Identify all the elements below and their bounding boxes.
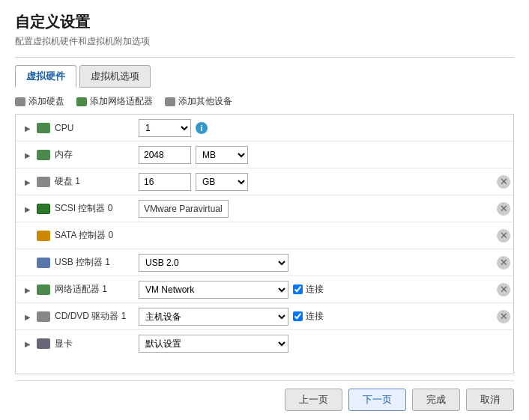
add-disk-button[interactable]: 添加硬盘 xyxy=(15,95,64,108)
page-subtitle: 配置虚拟机硬件和虚拟机附加选项 xyxy=(15,35,514,48)
dvd-expand[interactable]: ▶ xyxy=(25,313,32,320)
tab-bar: 虚拟硬件 虚拟机选项 xyxy=(15,65,514,88)
network-expand[interactable]: ▶ xyxy=(25,286,32,293)
dvd-connect-label: 连接 xyxy=(293,310,324,323)
hdd-label: ▶ 硬盘 1 xyxy=(19,171,139,192)
vga-expand[interactable]: ▶ xyxy=(25,340,32,347)
network-row: ▶ 网络适配器 1 VM NetworkHost-OnlyBridged 连接 … xyxy=(16,276,513,303)
sata-row: ▶ SATA 控制器 0 ✕ xyxy=(16,222,513,249)
tab-virtual-hardware[interactable]: 虚拟硬件 xyxy=(15,65,76,88)
toolbar: 添加硬盘 添加网络适配器 添加其他设备 xyxy=(15,95,514,108)
hdd-unit-select[interactable]: GBTB xyxy=(196,173,248,191)
network-connect-checkbox[interactable] xyxy=(293,284,303,294)
page-title: 自定义设置 xyxy=(15,12,514,32)
tab-vm-options[interactable]: 虚拟机选项 xyxy=(79,65,151,88)
usb-controls: USB 2.0USB 3.0 ✕ xyxy=(139,251,510,275)
vga-row: ▶ 显卡 默认设置自定义 xyxy=(16,330,513,357)
scsi-controls: VMware Paravirtual ✕ xyxy=(139,197,510,221)
vga-icon xyxy=(37,338,50,349)
hdd-expand[interactable]: ▶ xyxy=(25,178,32,186)
header-divider xyxy=(15,57,514,58)
ram-label: ▶ 内存 xyxy=(19,144,139,165)
hdd-icon xyxy=(37,177,50,187)
network-controls: VM NetworkHost-OnlyBridged 连接 ✕ xyxy=(139,278,510,302)
add-network-button[interactable]: 添加网络适配器 xyxy=(76,95,153,108)
usb-remove-button[interactable]: ✕ xyxy=(497,256,510,270)
hdd-row: ▶ 硬盘 1 GBTB ✕ xyxy=(16,168,513,195)
ram-unit-select[interactable]: MBGB xyxy=(196,146,248,164)
hardware-list: ▶ CPU 1248 i ▶ 内存 MBGB xyxy=(15,114,514,374)
vga-select[interactable]: 默认设置自定义 xyxy=(139,335,288,353)
hdd-input[interactable] xyxy=(139,173,191,191)
dvd-icon xyxy=(37,311,50,322)
cpu-label: ▶ CPU xyxy=(19,118,139,138)
scsi-text: VMware Paravirtual xyxy=(139,200,229,218)
scsi-icon xyxy=(37,204,50,214)
next-button[interactable]: 下一页 xyxy=(348,389,406,411)
usb-select[interactable]: USB 2.0USB 3.0 xyxy=(139,254,288,272)
add-network-icon xyxy=(76,97,87,106)
usb-icon xyxy=(37,258,50,268)
scsi-row: ▶ SCSI 控制器 0 VMware Paravirtual ✕ xyxy=(16,195,513,222)
cpu-icon xyxy=(37,123,50,133)
sata-label: ▶ SATA 控制器 0 xyxy=(19,225,139,246)
hdd-controls: GBTB ✕ xyxy=(139,170,510,194)
dvd-connect-checkbox[interactable] xyxy=(293,311,303,321)
usb-row: ▶ USB 控制器 1 USB 2.0USB 3.0 ✕ xyxy=(16,249,513,276)
add-other-button[interactable]: 添加其他设备 xyxy=(165,95,232,108)
dvd-remove-button[interactable]: ✕ xyxy=(497,310,510,323)
usb-label: ▶ USB 控制器 1 xyxy=(19,252,139,273)
network-select[interactable]: VM NetworkHost-OnlyBridged xyxy=(139,281,288,299)
add-disk-icon xyxy=(15,97,25,106)
vga-label: ▶ 显卡 xyxy=(19,333,139,355)
dvd-row: ▶ CD/DVD 驱动器 1 主机设备ISO镜像 连接 ✕ xyxy=(16,303,513,330)
cpu-controls: 1248 i xyxy=(139,116,510,140)
dvd-label: ▶ CD/DVD 驱动器 1 xyxy=(19,305,139,327)
sata-icon xyxy=(37,231,50,241)
ram-expand[interactable]: ▶ xyxy=(25,151,32,159)
dvd-controls: 主机设备ISO镜像 连接 ✕ xyxy=(139,305,510,329)
sata-remove-button[interactable]: ✕ xyxy=(497,229,510,243)
network-remove-button[interactable]: ✕ xyxy=(497,283,510,296)
cpu-info-icon[interactable]: i xyxy=(196,122,208,134)
network-connect-label: 连接 xyxy=(293,283,324,296)
finish-button[interactable]: 完成 xyxy=(412,389,460,411)
cpu-select[interactable]: 1248 xyxy=(139,119,191,137)
scsi-label: ▶ SCSI 控制器 0 xyxy=(19,198,139,219)
scsi-expand[interactable]: ▶ xyxy=(25,205,32,213)
ram-input[interactable] xyxy=(139,146,191,164)
cpu-expand[interactable]: ▶ xyxy=(25,124,32,132)
footer: 上一页 下一页 完成 取消 xyxy=(15,380,514,420)
cancel-button[interactable]: 取消 xyxy=(466,389,514,411)
prev-button[interactable]: 上一页 xyxy=(285,389,342,411)
ram-controls: MBGB xyxy=(139,143,510,167)
vga-controls: 默认设置自定义 xyxy=(139,332,510,356)
main-container: 自定义设置 配置虚拟机硬件和虚拟机附加选项 虚拟硬件 虚拟机选项 添加硬盘 添加… xyxy=(0,0,529,420)
ram-icon xyxy=(37,150,50,160)
add-other-icon xyxy=(165,97,175,106)
cpu-row: ▶ CPU 1248 i xyxy=(16,115,513,141)
scsi-remove-button[interactable]: ✕ xyxy=(497,202,510,216)
hdd-remove-button[interactable]: ✕ xyxy=(497,175,510,189)
dvd-select[interactable]: 主机设备ISO镜像 xyxy=(139,308,288,326)
network-icon xyxy=(37,284,50,295)
network-label: ▶ 网络适配器 1 xyxy=(19,279,139,300)
sata-controls: ✕ xyxy=(139,226,510,246)
ram-row: ▶ 内存 MBGB xyxy=(16,141,513,168)
